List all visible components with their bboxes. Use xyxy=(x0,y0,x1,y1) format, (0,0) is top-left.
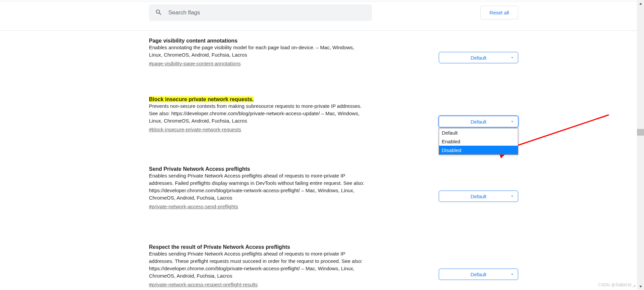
svg-line-0 xyxy=(510,115,609,148)
watermark: CSDN @失眠时间◢ xyxy=(598,282,635,288)
dropdown-option-disabled[interactable]: Disabled xyxy=(439,146,518,154)
scroll-down-button[interactable] xyxy=(637,283,644,290)
search-input[interactable] xyxy=(168,9,366,16)
dropdown-value: Default xyxy=(471,119,487,125)
flag-desc: Prevents non-secure contexts from making… xyxy=(149,102,366,125)
search-icon xyxy=(155,9,168,17)
flag-hash-link[interactable]: #private-network-access-send-preflights xyxy=(149,204,238,209)
flag-dropdown[interactable]: Default xyxy=(439,116,518,127)
flag-dropdown[interactable]: Default xyxy=(439,191,518,202)
flag-respect-pna-preflights: Respect the result of Private Network Ac… xyxy=(149,244,518,287)
dropdown-list[interactable]: Default Enabled Disabled xyxy=(439,128,518,155)
page-root: Reset all Page visibility content annota… xyxy=(0,0,644,290)
flag-desc: Enables sending Private Network Access p… xyxy=(149,250,366,280)
flag-desc: Enables sending Private Network Access p… xyxy=(149,172,366,202)
vertical-scrollbar[interactable] xyxy=(637,0,644,290)
dropdown-value: Default xyxy=(471,55,487,61)
search-flags[interactable] xyxy=(149,4,372,21)
flag-title: Send Private Network Access preflights xyxy=(149,166,250,172)
flag-title: Block insecure private network requests. xyxy=(149,96,254,102)
flag-dropdown[interactable]: Default xyxy=(439,52,518,63)
reset-all-button[interactable]: Reset all xyxy=(480,6,518,19)
chevron-down-icon xyxy=(510,119,515,124)
divider-header xyxy=(0,30,644,31)
dropdown-value: Default xyxy=(471,194,487,199)
dropdown-option-enabled[interactable]: Enabled xyxy=(439,137,518,146)
flag-title: Respect the result of Private Network Ac… xyxy=(149,244,290,250)
flag-hash-link[interactable]: #page-visibility-page-content-annotation… xyxy=(149,61,241,66)
flag-dropdown[interactable]: Default xyxy=(439,269,518,280)
flag-hash-link[interactable]: #private-network-access-respect-prefligh… xyxy=(149,282,258,287)
dropdown-option-default[interactable]: Default xyxy=(439,128,518,137)
scroll-up-button[interactable] xyxy=(637,0,644,7)
chevron-down-icon xyxy=(510,272,515,277)
flag-hash-link[interactable]: #block-insecure-private-network-requests xyxy=(149,127,241,132)
flag-desc: Enables annotating the page visibility m… xyxy=(149,44,366,59)
chevron-down-icon xyxy=(510,194,515,199)
flag-send-pna-preflights: Send Private Network Access preflights E… xyxy=(149,166,518,209)
divider-top xyxy=(0,1,644,1)
dropdown-value: Default xyxy=(471,272,487,277)
scrollbar-thumb[interactable] xyxy=(637,129,644,136)
chevron-down-icon xyxy=(510,55,515,60)
flag-title: Page visibility content annotations xyxy=(149,38,237,44)
